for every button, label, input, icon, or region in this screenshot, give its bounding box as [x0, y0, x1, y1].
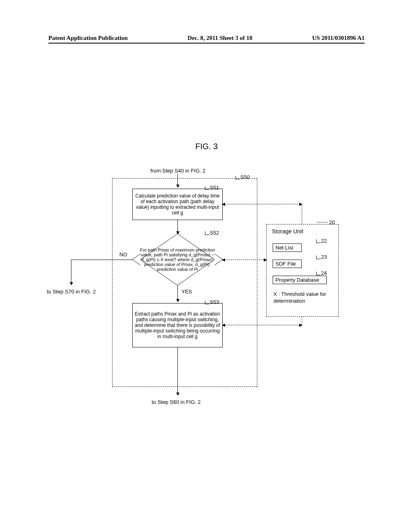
- arrow-s53-out: [177, 347, 178, 395]
- dash-s51-storage-v: [302, 204, 302, 224]
- figure-title: FIG. 3: [0, 142, 413, 151]
- s51-ref-label: S51: [210, 185, 219, 191]
- yes-label: YES: [181, 289, 192, 295]
- dash-s53-storage: [223, 325, 302, 325]
- dash-s53-storage-v: [302, 317, 302, 325]
- svg-line-2: [132, 254, 140, 260]
- s52-ref-label: S52: [210, 230, 219, 236]
- s53-ref-label: S53: [210, 299, 219, 305]
- ref-23: 23: [321, 254, 327, 260]
- s51-process-box: Calculate prediction value of delay time…: [132, 189, 223, 220]
- property-database-box: Property Database: [273, 276, 327, 284]
- s53-text: Extract paths Pmax and Pi as activation …: [134, 311, 221, 339]
- header-left: Patent Application Publication: [48, 35, 128, 42]
- no-path-h: [71, 260, 132, 260]
- svg-line-5: [215, 260, 223, 265]
- svg-line-4: [215, 254, 223, 260]
- ref-22: 22: [321, 238, 327, 244]
- s52-text: For path Pmax of maximum prediction valu…: [140, 239, 215, 280]
- s51-text: Calculate prediction value of delay time…: [133, 193, 221, 216]
- to-step-s70-label: to Step S70 in FIG. 2: [47, 289, 96, 295]
- s53-process-box: Extract paths Pmax and Pi as activation …: [132, 303, 223, 347]
- storage-ref-20: 20: [329, 219, 335, 225]
- storage-title: Storage Unit: [272, 228, 303, 235]
- ref-24: 24: [321, 270, 327, 276]
- svg-marker-1: [132, 253, 140, 266]
- s50-ref-label: S50: [240, 174, 250, 180]
- header-center: Dec. 8, 2011 Sheet 3 of 18: [188, 35, 252, 42]
- no-path-v: [71, 260, 71, 285]
- sdf-file-box: SDF File: [273, 260, 302, 268]
- header-right: US 2011/0301896 A1: [312, 35, 365, 42]
- to-step-s60-label: to Step S60 in FIG. 2: [152, 399, 200, 405]
- threshold-text: X : Threshold value for determination: [273, 291, 338, 305]
- header-divider: [48, 43, 365, 44]
- dash-s51-storage: [223, 204, 302, 204]
- net-list-box: Net List: [273, 243, 302, 252]
- no-label: NO: [119, 251, 127, 258]
- arrow-s52-s53: [177, 285, 178, 301]
- from-step-label: from Step S40 in FIG. 2: [0, 168, 384, 174]
- s52-decision: For path Pmax of maximum prediction valu…: [132, 234, 223, 285]
- svg-line-3: [132, 260, 140, 265]
- dash-s52-storage: [223, 260, 266, 260]
- arrow-s51-s52: [177, 220, 178, 234]
